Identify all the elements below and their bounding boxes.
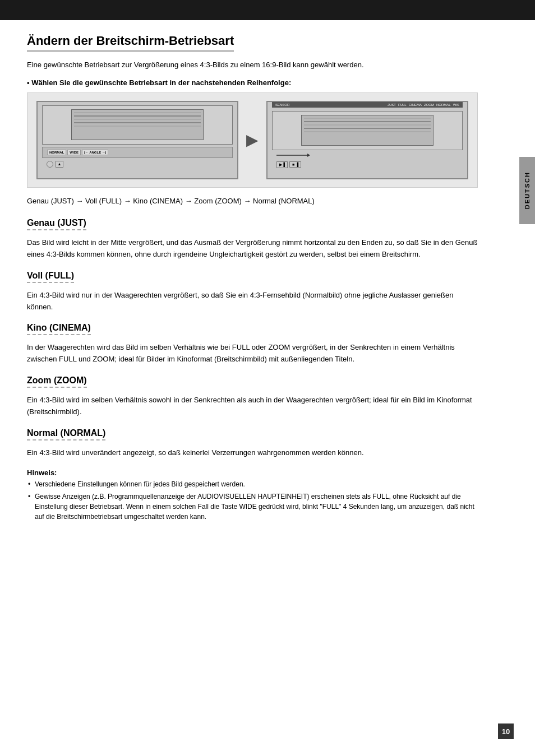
btn-normal: NORMAL	[47, 150, 66, 155]
btn-zoom: ZOOM	[424, 103, 434, 106]
screen-line	[304, 124, 431, 126]
notes-section: Hinweis: Verschiedene Einstellungen könn…	[27, 469, 478, 522]
left-inner-screen	[71, 109, 204, 140]
top-bar	[0, 0, 535, 20]
btn-normal-right: NORMAL	[436, 103, 451, 106]
left-screen	[42, 105, 233, 145]
btn-full: FULL	[398, 103, 407, 106]
heading-zoom: Zoom (ZOOM)	[27, 375, 87, 388]
text-just: Das Bild wird leicht in der Mitte vergrö…	[27, 237, 478, 261]
note-item-1: Verschiedene Einstellungen können für je…	[27, 479, 478, 489]
intro-text: Eine gewünschte Betriebsart zur Vergröße…	[27, 59, 478, 71]
screen-line	[74, 126, 201, 127]
text-cinema: In der Waagerechten wird das Bild im sel…	[27, 342, 478, 365]
right-btn-1: ▶▐	[276, 161, 288, 168]
left-circle-btn	[47, 161, 53, 168]
notes-heading: Hinweis:	[27, 469, 478, 477]
right-arrow-row	[272, 151, 463, 159]
section-full: Voll (FULL) Ein 4:3-Bild wird nur in der…	[27, 271, 478, 313]
btn-cinema: CINEMA	[409, 103, 422, 106]
deutsch-sidebar: DEUTSCH	[519, 157, 535, 224]
sequence-text: Genau (JUST) → Voll (FULL) → Kino (CINEM…	[27, 196, 478, 207]
section-normal: Normal (NORMAL) Ein 4:3-Bild wird unverä…	[27, 428, 478, 459]
page-title: Ändern der Breitschirm-Betriebsart	[27, 34, 234, 52]
heading-just: Genau (JUST)	[27, 218, 86, 230]
screen-line	[74, 122, 201, 123]
screen-line	[304, 131, 431, 132]
screen-line	[304, 121, 431, 122]
sensor-buttons: JUST FULL CINEMA ZOOM NORMAL WIS	[388, 103, 459, 106]
right-inner-screen	[301, 115, 434, 145]
section-zoom: Zoom (ZOOM) Ein 4:3-Bild wird im selben …	[27, 375, 478, 418]
diagram-arrow: ▶	[244, 131, 261, 149]
diagram-container: NORMAL WIDE |← ANGLE →| ▲ ▶ SENSOR JUST …	[27, 92, 478, 188]
heading-normal: Normal (NORMAL)	[27, 428, 105, 440]
text-zoom: Ein 4:3-Bild wird im selben Verhältnis s…	[27, 395, 478, 418]
left-button-row: NORMAL WIDE |← ANGLE →|	[42, 147, 233, 158]
tv-diagram-left: NORMAL WIDE |← ANGLE →| ▲	[36, 101, 238, 179]
tv-diagram-right: SENSOR JUST FULL CINEMA ZOOM NORMAL WIS	[266, 101, 468, 179]
btn-angle: |← ANGLE →|	[82, 150, 108, 155]
note-item-2: Gewisse Anzeigen (z.B. Programmquellenan…	[27, 491, 478, 522]
btn-wis: WIS	[453, 103, 459, 106]
right-screen	[272, 111, 463, 150]
left-bottom-row: ▲	[42, 159, 233, 169]
svg-marker-1	[307, 154, 310, 157]
right-btn-2: ■ ▐	[289, 161, 301, 168]
right-arrow-svg	[276, 152, 310, 158]
text-full: Ein 4:3-Bild wird nur in der Waagerechte…	[27, 290, 478, 313]
heading-full: Voll (FULL)	[27, 271, 74, 283]
notes-list: Verschiedene Einstellungen können für je…	[27, 479, 478, 522]
screen-line	[74, 119, 201, 120]
sensor-bar: SENSOR JUST FULL CINEMA ZOOM NORMAL WIS	[272, 102, 463, 108]
sensor-label: SENSOR	[275, 103, 289, 106]
instruction-bullet: Wählen Sie die gewünschte Betriebsart in…	[27, 78, 478, 87]
sidebar-label: DEUTSCH	[524, 171, 531, 209]
text-normal: Ein 4:3-Bild wird unverändert angezeigt,…	[27, 447, 478, 459]
section-cinema: Kino (CINEMA) In der Waagerechten wird d…	[27, 323, 478, 365]
right-bottom-btns: ▶▐ ■ ▐	[272, 160, 463, 169]
screen-line	[74, 112, 201, 113]
heading-cinema: Kino (CINEMA)	[27, 323, 91, 335]
page-number: 10	[498, 723, 514, 739]
screen-line	[304, 128, 431, 129]
screen-line	[74, 115, 201, 117]
btn-wide: WIDE	[67, 150, 81, 155]
section-just: Genau (JUST) Das Bild wird leicht in der…	[27, 218, 478, 261]
main-content: Ändern der Breitschirm-Betriebsart Eine …	[0, 20, 505, 537]
btn-just: JUST	[388, 103, 396, 106]
screen-line	[304, 118, 431, 119]
left-triangle-btn: ▲	[56, 161, 63, 168]
